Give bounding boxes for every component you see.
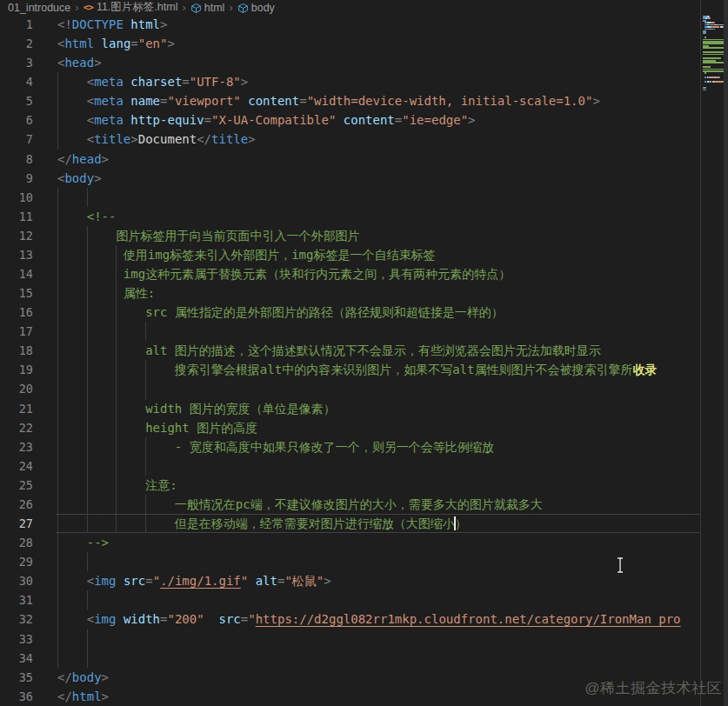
code-text: </head> (57, 150, 109, 169)
breadcrumb: 01_introduce › <> 11.图片标签.html › html › … (0, 0, 728, 15)
line-number[interactable]: 26 (0, 495, 33, 514)
line-number[interactable]: 29 (0, 552, 33, 571)
code-line[interactable]: 13 使用img标签来引入外部图片，img标签是一个自结束标签 (0, 245, 728, 264)
line-number[interactable]: 21 (0, 399, 33, 418)
code-line[interactable]: 18 alt 图片的描述，这个描述默认情况下不会显示，有些浏览器会图片无法加载时… (0, 341, 728, 360)
code-text: 搜索引擎会根据alt中的内容来识别图片，如果不写alt属性则图片不会被搜索引擎所… (57, 360, 657, 379)
code-line[interactable]: 26 一般情况在pc端，不建议修改图片的大小，需要多大的图片就裁多大 (0, 495, 728, 514)
code-line[interactable]: 10 (0, 188, 728, 207)
breadcrumb-symbol-html[interactable]: html (204, 2, 225, 14)
line-number[interactable]: 16 (0, 303, 33, 322)
symbol-element-icon (190, 3, 202, 14)
minimap-line (703, 81, 724, 83)
code-text: <!-- (57, 207, 116, 226)
code-line[interactable]: 17 (0, 322, 728, 341)
code-line[interactable]: 34 (0, 649, 728, 668)
line-number[interactable]: 7 (0, 130, 33, 149)
code-line[interactable]: 25 注意: (0, 476, 728, 495)
line-number[interactable]: 23 (0, 437, 33, 456)
line-number[interactable]: 14 (0, 264, 33, 283)
line-number[interactable]: 35 (0, 668, 33, 687)
code-line[interactable]: 24 (0, 456, 728, 476)
code-line[interactable]: 3<head> (0, 53, 728, 72)
minimap-line (703, 77, 719, 78)
code-text: alt 图片的描述，这个描述默认情况下不会显示，有些浏览器会图片无法加载时显示 (57, 341, 601, 360)
line-number[interactable]: 36 (0, 687, 33, 706)
code-line[interactable]: 21 width 图片的宽度（单位是像素） (0, 399, 728, 418)
line-number[interactable]: 15 (0, 283, 33, 303)
code-line[interactable]: 27 但是在移动端，经常需要对图片进行缩放（大图缩小） (0, 514, 728, 533)
line-number[interactable]: 8 (0, 150, 33, 169)
code-line[interactable]: 23 - 宽度和高度中如果只修改了一个，则另一个会等比例缩放 (0, 437, 728, 456)
code-line[interactable]: 15 属性: (0, 283, 728, 303)
code-line[interactable]: 12 图片标签用于向当前页面中引入一个外部图片 (0, 226, 728, 245)
line-number[interactable]: 2 (0, 34, 33, 53)
line-number[interactable]: 32 (0, 609, 33, 629)
minimap-line (703, 47, 724, 49)
code-editor[interactable]: 1<!DOCTYPE html>2<html lang="en">3<head>… (0, 15, 728, 706)
breadcrumb-symbol-body[interactable]: body (251, 2, 275, 14)
code-text: <meta name="viewport" content="width=dev… (57, 91, 600, 110)
code-line[interactable]: 5 <meta name="viewport" content="width=d… (0, 91, 728, 110)
indent-guide (145, 456, 146, 476)
line-number[interactable]: 27 (0, 514, 33, 533)
line-number[interactable]: 3 (0, 53, 33, 72)
code-text: 属性: (57, 283, 155, 303)
line-number[interactable]: 25 (0, 476, 33, 495)
breadcrumb-folder[interactable]: 01_introduce (8, 2, 70, 14)
line-number[interactable]: 28 (0, 533, 33, 552)
code-line[interactable]: 14 img这种元素属于替换元素（块和行内元素之间，具有两种元素的特点） (0, 264, 728, 283)
line-number[interactable]: 9 (0, 169, 33, 188)
line-number[interactable]: 10 (0, 188, 33, 207)
indent-guide (116, 456, 117, 476)
minimap-line (703, 29, 715, 30)
breadcrumb-file[interactable]: 11.图片标签.html (97, 0, 178, 15)
minimap-line (703, 41, 724, 43)
minimap[interactable] (703, 16, 724, 103)
line-number[interactable]: 34 (0, 649, 33, 668)
line-number[interactable]: 12 (0, 226, 33, 245)
line-number[interactable]: 19 (0, 360, 33, 379)
code-text: </html> (57, 687, 109, 706)
line-number[interactable]: 17 (0, 322, 33, 341)
line-number[interactable]: 13 (0, 245, 33, 264)
indent-guide (145, 322, 146, 341)
code-line[interactable]: 8</head> (0, 150, 728, 169)
code-line[interactable]: 4 <meta charset="UTF-8"> (0, 72, 728, 91)
code-line[interactable]: 11 <!-- (0, 207, 728, 226)
line-number[interactable]: 11 (0, 207, 33, 226)
line-number[interactable]: 1 (0, 15, 33, 34)
code-line[interactable]: 19 搜索引擎会根据alt中的内容来识别图片，如果不写alt属性则图片不会被搜索… (0, 360, 728, 379)
code-text: width 图片的宽度（单位是像素） (57, 399, 336, 418)
code-line[interactable]: 2<html lang="en"> (0, 34, 728, 53)
code-text: <meta http-equiv="X-UA-Compatible" conte… (57, 110, 476, 130)
code-line[interactable]: 7 <title>Document</title> (0, 130, 728, 149)
minimap-line (703, 20, 705, 22)
line-number[interactable]: 24 (0, 456, 33, 476)
line-number[interactable]: 30 (0, 571, 33, 590)
code-line[interactable]: 22 height 图片的高度 (0, 418, 728, 437)
minimap-line (703, 45, 709, 47)
scrollbar[interactable] (724, 0, 728, 706)
code-text: height 图片的高度 (57, 418, 257, 437)
code-line[interactable]: 33 (0, 629, 728, 649)
code-line[interactable]: 31 (0, 590, 728, 609)
code-line[interactable]: 20 (0, 379, 728, 398)
code-line[interactable]: 28 --> (0, 533, 728, 552)
code-line[interactable]: 9<body> (0, 169, 728, 188)
code-line[interactable]: 16 src 属性指定的是外部图片的路径（路径规则和超链接是一样的） (0, 303, 728, 322)
line-number[interactable]: 33 (0, 629, 33, 649)
indent-guide (57, 322, 58, 341)
line-number[interactable]: 6 (0, 110, 33, 130)
line-number[interactable]: 4 (0, 72, 33, 91)
minimap-line (703, 24, 724, 26)
code-line[interactable]: 1<!DOCTYPE html> (0, 15, 728, 34)
code-line[interactable]: 6 <meta http-equiv="X-UA-Compatible" con… (0, 110, 728, 130)
line-number[interactable]: 18 (0, 341, 33, 360)
line-number[interactable]: 20 (0, 379, 33, 398)
chevron-right-icon: › (229, 1, 232, 14)
line-number[interactable]: 5 (0, 91, 33, 110)
code-line[interactable]: 32 <img width="200" src="https://d2ggl08… (0, 609, 728, 629)
line-number[interactable]: 22 (0, 418, 33, 437)
line-number[interactable]: 31 (0, 590, 33, 609)
